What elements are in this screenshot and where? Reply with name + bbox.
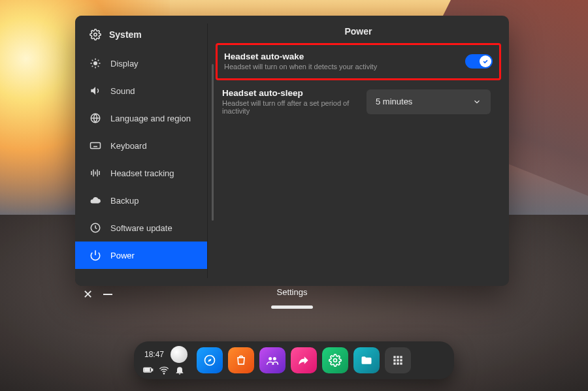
dock-app-settings[interactable] <box>322 347 348 373</box>
scroll-indicator[interactable] <box>212 64 214 221</box>
sidebar-item-label: Sound <box>110 86 135 96</box>
update-icon <box>90 222 101 234</box>
svg-rect-36 <box>393 359 395 361</box>
sidebar-item-power[interactable]: Power <box>75 242 208 269</box>
sidebar-header: System <box>75 22 208 50</box>
svg-rect-38 <box>400 359 402 361</box>
select-value: 5 minutes <box>376 97 412 106</box>
svg-rect-25 <box>152 369 152 371</box>
setting-row-auto-sleep: Headset auto-sleep Headset will turn off… <box>220 80 497 123</box>
volume-icon <box>90 85 101 97</box>
svg-rect-39 <box>393 362 395 364</box>
dock-app-library[interactable] <box>385 347 411 373</box>
dock-app-files[interactable] <box>353 347 380 373</box>
dock-clock: 18:47 <box>143 350 165 359</box>
tracking-icon <box>90 167 101 179</box>
wifi-icon <box>159 366 169 375</box>
brightness-icon <box>90 57 101 69</box>
sidebar: System Display Sound Language and region… <box>75 16 208 286</box>
svg-line-7 <box>98 66 99 67</box>
row-title: Headset auto-sleep <box>222 88 367 98</box>
svg-point-31 <box>273 357 276 360</box>
sidebar-item-display[interactable]: Display <box>75 50 208 77</box>
svg-line-6 <box>92 60 93 61</box>
window-label: Settings <box>75 287 509 297</box>
svg-point-27 <box>163 373 164 374</box>
row-text: Headset auto-sleep Headset will turn off… <box>222 88 367 115</box>
status-cluster <box>143 366 185 375</box>
sidebar-item-keyboard[interactable]: Keyboard <box>75 132 208 159</box>
sidebar-item-label: Software update <box>110 223 172 233</box>
system-dock: 18:47 <box>134 341 454 379</box>
keyboard-icon <box>90 140 101 151</box>
dock-app-share[interactable] <box>291 347 317 373</box>
page-title: Power <box>220 16 497 43</box>
sidebar-item-label: Language and region <box>110 114 191 123</box>
svg-rect-41 <box>400 362 402 364</box>
row-title: Headset auto-wake <box>224 52 465 61</box>
sidebar-item-label: Keyboard <box>110 141 147 151</box>
power-icon <box>90 249 101 261</box>
row-description: Headset will turn off after a set period… <box>222 99 367 115</box>
grab-handle[interactable] <box>271 305 313 309</box>
sidebar-item-label: Display <box>110 59 139 69</box>
cloud-icon <box>90 195 101 206</box>
sidebar-item-language[interactable]: Language and region <box>75 104 208 132</box>
dock-apps <box>197 347 411 373</box>
svg-marker-29 <box>208 359 212 362</box>
sidebar-item-tracking[interactable]: Headset tracking <box>75 159 208 187</box>
setting-row-auto-wake: Headset auto-wake Headset will turn on w… <box>216 43 501 80</box>
main-content: Power Headset auto-wake Headset will tur… <box>208 16 509 286</box>
settings-panel: System Display Sound Language and region… <box>75 16 509 286</box>
svg-line-8 <box>92 66 93 67</box>
chevron-down-icon <box>472 97 482 106</box>
sidebar-item-backup[interactable]: Backup <box>75 187 208 214</box>
auto-sleep-select[interactable]: 5 minutes <box>367 89 491 114</box>
svg-rect-35 <box>400 356 402 358</box>
grab-handle-area <box>75 305 509 309</box>
sidebar-item-sound[interactable]: Sound <box>75 77 208 104</box>
battery-icon <box>143 366 154 375</box>
toggle-knob <box>480 55 491 67</box>
svg-point-1 <box>93 61 97 65</box>
dock-app-store[interactable] <box>228 347 254 373</box>
row-description: Headset will turn on when it detects you… <box>224 63 465 70</box>
auto-wake-toggle[interactable] <box>465 54 493 69</box>
notifications-icon[interactable] <box>174 366 185 375</box>
sidebar-item-label: Headset tracking <box>110 168 174 178</box>
dock-app-explore[interactable] <box>197 347 223 373</box>
svg-point-30 <box>269 357 272 360</box>
row-text: Headset auto-wake Headset will turn on w… <box>224 52 465 70</box>
svg-line-9 <box>98 60 99 61</box>
sidebar-title: System <box>109 29 142 40</box>
svg-point-0 <box>94 33 97 37</box>
dock-app-people[interactable] <box>259 347 286 373</box>
svg-rect-40 <box>397 362 399 364</box>
avatar[interactable] <box>171 346 188 363</box>
svg-rect-34 <box>397 356 399 358</box>
sidebar-item-update[interactable]: Software update <box>75 214 208 242</box>
globe-icon <box>90 112 101 124</box>
svg-rect-37 <box>397 359 399 361</box>
svg-rect-11 <box>91 143 101 149</box>
svg-rect-26 <box>144 369 150 371</box>
svg-rect-33 <box>393 356 395 358</box>
svg-point-32 <box>334 359 337 362</box>
gear-icon <box>90 29 101 40</box>
sidebar-item-label: Backup <box>110 196 139 206</box>
sidebar-item-label: Power <box>110 251 135 260</box>
